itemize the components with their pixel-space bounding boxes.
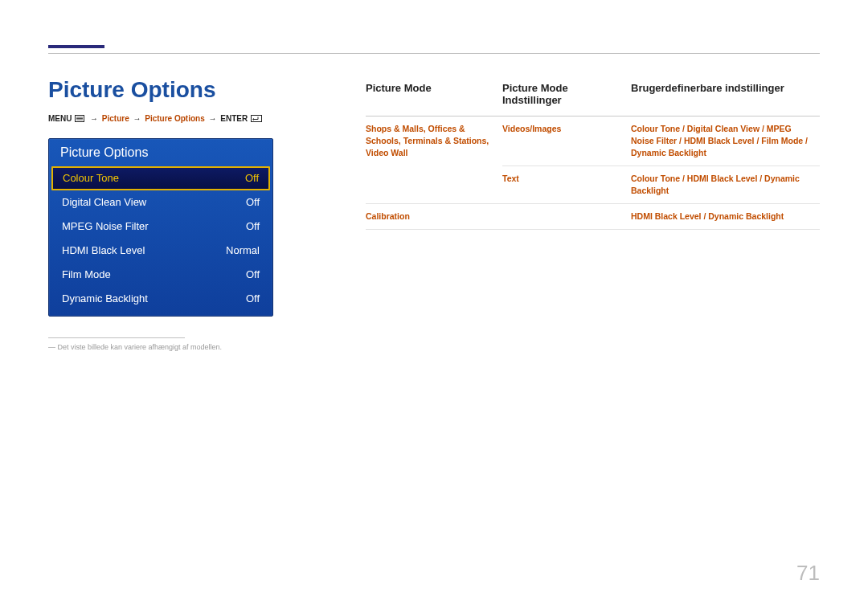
osd-value: Off [246, 195, 260, 210]
table-header-row: Picture Mode Picture Mode Indstillinger … [366, 77, 820, 116]
manual-page: Picture Options MENU → Picture → Picture… [0, 0, 868, 613]
breadcrumb-menu: MENU [48, 114, 72, 123]
osd-row-digital-clean-view[interactable]: Digital Clean View Off [49, 190, 272, 215]
osd-value: Off [246, 219, 260, 234]
breadcrumb: MENU → Picture → Picture Options → ENTER [48, 114, 321, 124]
cell-picture-mode: Calibration [366, 204, 502, 230]
page-number: 71 [796, 561, 820, 586]
table-header-picture-mode: Picture Mode [366, 77, 502, 116]
breadcrumb-picture: Picture [102, 114, 129, 123]
right-column: Picture Mode Picture Mode Indstillinger … [366, 77, 820, 230]
osd-label: Digital Clean View [62, 195, 146, 210]
left-column: Picture Options MENU → Picture → Picture… [48, 77, 321, 351]
table-row: Calibration HDMI Black Level / Dynamic B… [366, 204, 820, 230]
osd-row-film-mode[interactable]: Film Mode Off [49, 263, 272, 287]
cell-user-settings: HDMI Black Level / Dynamic Backlight [631, 204, 820, 230]
breadcrumb-picture-options: Picture Options [145, 114, 204, 123]
cell-picture-mode: Shops & Malls, Offices & Schools, Termin… [366, 116, 502, 204]
table-row: Shops & Malls, Offices & Schools, Termin… [366, 116, 820, 166]
settings-table: Picture Mode Picture Mode Indstillinger … [366, 77, 820, 230]
footnote-rule [48, 337, 185, 338]
enter-icon [251, 115, 262, 124]
breadcrumb-enter: ENTER [220, 114, 248, 123]
osd-label: Dynamic Backlight [62, 292, 148, 306]
osd-label: Colour Tone [63, 171, 119, 186]
section-title: Picture Options [48, 77, 321, 103]
osd-menu: Picture Options Colour Tone Off Digital … [48, 138, 273, 317]
osd-value: Off [246, 268, 260, 282]
svg-rect-4 [251, 116, 261, 122]
th-line2: Indstillinger [502, 94, 562, 106]
cell-user-settings: Colour Tone / HDMI Black Level / Dynamic… [631, 166, 820, 204]
osd-row-colour-tone[interactable]: Colour Tone Off [51, 166, 270, 190]
osd-row-dynamic-backlight[interactable]: Dynamic Backlight Off [49, 287, 272, 311]
arrow-icon: → [133, 114, 141, 123]
table-header-user-settings: Brugerdefinerbare indstillinger [631, 77, 820, 116]
cell-indstillinger [502, 204, 631, 230]
arrow-icon: → [209, 114, 217, 123]
osd-value: Normal [226, 243, 260, 258]
cell-indstillinger: Text [502, 166, 631, 204]
page-content: Picture Options MENU → Picture → Picture… [48, 48, 820, 80]
table-header-picture-mode-indstillinger: Picture Mode Indstillinger [502, 77, 631, 116]
cell-user-settings: Colour Tone / Digital Clean View / MPEG … [631, 116, 820, 166]
osd-label: MPEG Noise Filter [62, 219, 149, 234]
osd-row-mpeg-noise-filter[interactable]: MPEG Noise Filter Off [49, 215, 272, 239]
th-line1: Picture Mode [502, 82, 568, 94]
menu-icon [75, 115, 84, 124]
osd-row-hdmi-black-level[interactable]: HDMI Black Level Normal [49, 239, 272, 263]
osd-title: Picture Options [49, 139, 272, 166]
footnote: ― Det viste billede kan variere afhængig… [48, 343, 321, 351]
arrow-icon: → [90, 114, 98, 123]
osd-value: Off [246, 292, 260, 306]
osd-label: Film Mode [62, 268, 111, 282]
osd-value: Off [245, 171, 259, 186]
cell-indstillinger: Videos/Images [502, 116, 631, 166]
svg-marker-5 [252, 118, 254, 121]
osd-spacer [49, 311, 272, 316]
osd-label: HDMI Black Level [62, 243, 145, 258]
